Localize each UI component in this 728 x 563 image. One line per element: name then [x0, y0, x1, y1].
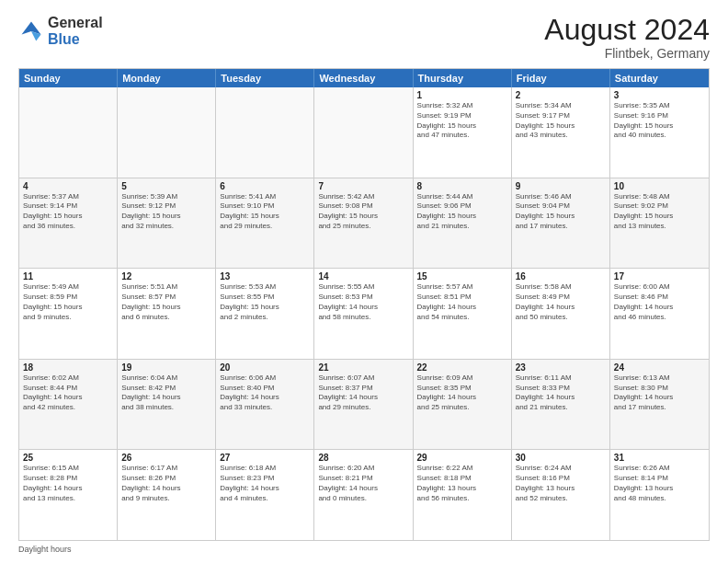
calendar-cell: 2Sunrise: 5:34 AM Sunset: 9:17 PM Daylig…	[512, 87, 610, 178]
calendar-cell: 28Sunrise: 6:20 AM Sunset: 8:21 PM Dayli…	[314, 450, 413, 540]
calendar-cell: 31Sunrise: 6:26 AM Sunset: 8:14 PM Dayli…	[610, 450, 709, 540]
day-info: Sunrise: 6:26 AM Sunset: 8:14 PM Dayligh…	[614, 464, 705, 503]
day-number: 19	[121, 362, 211, 373]
calendar-cell: 1Sunrise: 5:32 AM Sunset: 9:19 PM Daylig…	[414, 87, 512, 178]
svg-marker-0	[22, 21, 41, 34]
day-info: Sunrise: 6:07 AM Sunset: 8:37 PM Dayligh…	[318, 373, 408, 413]
day-number: 15	[417, 271, 507, 282]
day-info: Sunrise: 5:57 AM Sunset: 8:51 PM Dayligh…	[417, 282, 507, 322]
day-info: Sunrise: 5:44 AM Sunset: 9:06 PM Dayligh…	[417, 192, 507, 232]
calendar-cell	[118, 87, 216, 178]
day-number: 24	[614, 362, 705, 373]
day-number: 2	[516, 90, 606, 100]
day-info: Sunrise: 5:37 AM Sunset: 9:14 PM Dayligh…	[23, 192, 113, 232]
day-number: 5	[121, 181, 211, 191]
day-info: Sunrise: 6:13 AM Sunset: 8:30 PM Dayligh…	[614, 373, 705, 413]
calendar-cell: 25Sunrise: 6:15 AM Sunset: 8:28 PM Dayli…	[19, 450, 118, 540]
calendar-cell: 24Sunrise: 6:13 AM Sunset: 8:30 PM Dayli…	[610, 360, 709, 450]
day-number: 26	[121, 453, 211, 463]
calendar-cell: 5Sunrise: 5:39 AM Sunset: 9:12 PM Daylig…	[118, 178, 216, 269]
day-number: 11	[23, 271, 113, 282]
day-number: 16	[516, 271, 606, 282]
day-info: Sunrise: 5:42 AM Sunset: 9:08 PM Dayligh…	[318, 192, 408, 232]
weekday-header-monday: Monday	[118, 69, 216, 87]
logo-icon	[18, 18, 44, 44]
calendar-body: 1Sunrise: 5:32 AM Sunset: 9:19 PM Daylig…	[19, 87, 709, 540]
logo-blue: Blue	[48, 31, 103, 48]
calendar-cell: 16Sunrise: 5:58 AM Sunset: 8:49 PM Dayli…	[512, 269, 610, 359]
calendar-cell: 29Sunrise: 6:22 AM Sunset: 8:18 PM Dayli…	[414, 450, 512, 540]
month-year: August 2024	[544, 15, 710, 44]
day-number: 20	[220, 362, 310, 373]
day-number: 14	[318, 271, 408, 282]
calendar-cell: 15Sunrise: 5:57 AM Sunset: 8:51 PM Dayli…	[414, 269, 512, 359]
day-number: 7	[318, 181, 408, 191]
calendar-week-4: 18Sunrise: 6:02 AM Sunset: 8:44 PM Dayli…	[19, 359, 709, 450]
calendar-week-5: 25Sunrise: 6:15 AM Sunset: 8:28 PM Dayli…	[19, 449, 709, 540]
footer-note: Daylight hours	[18, 545, 710, 554]
day-number: 3	[614, 90, 705, 100]
day-number: 1	[417, 90, 507, 100]
day-number: 23	[516, 362, 606, 373]
calendar-week-1: 1Sunrise: 5:32 AM Sunset: 9:19 PM Daylig…	[19, 87, 709, 178]
calendar-cell: 22Sunrise: 6:09 AM Sunset: 8:35 PM Dayli…	[414, 360, 512, 450]
calendar-cell: 14Sunrise: 5:55 AM Sunset: 8:53 PM Dayli…	[314, 269, 413, 359]
calendar-cell: 17Sunrise: 6:00 AM Sunset: 8:46 PM Dayli…	[610, 269, 709, 359]
calendar-cell: 3Sunrise: 5:35 AM Sunset: 9:16 PM Daylig…	[610, 87, 709, 178]
day-info: Sunrise: 6:02 AM Sunset: 8:44 PM Dayligh…	[23, 373, 113, 413]
calendar-cell	[314, 87, 413, 178]
logo-text: General Blue	[48, 15, 103, 47]
logo-general: General	[48, 15, 103, 31]
day-info: Sunrise: 6:09 AM Sunset: 8:35 PM Dayligh…	[417, 373, 507, 413]
calendar-cell: 30Sunrise: 6:24 AM Sunset: 8:16 PM Dayli…	[512, 450, 610, 540]
calendar-cell: 6Sunrise: 5:41 AM Sunset: 9:10 PM Daylig…	[216, 178, 314, 269]
calendar-cell: 19Sunrise: 6:04 AM Sunset: 8:42 PM Dayli…	[118, 360, 216, 450]
calendar-cell: 10Sunrise: 5:48 AM Sunset: 9:02 PM Dayli…	[610, 178, 709, 269]
calendar-cell: 9Sunrise: 5:46 AM Sunset: 9:04 PM Daylig…	[512, 178, 610, 269]
day-number: 8	[417, 181, 507, 191]
weekday-header-sunday: Sunday	[19, 69, 118, 87]
day-info: Sunrise: 6:18 AM Sunset: 8:23 PM Dayligh…	[220, 464, 310, 503]
calendar-cell: 4Sunrise: 5:37 AM Sunset: 9:14 PM Daylig…	[19, 178, 118, 269]
day-number: 4	[23, 181, 113, 191]
page: General Blue August 2024 Flintbek, Germa…	[0, 0, 728, 563]
calendar-cell: 21Sunrise: 6:07 AM Sunset: 8:37 PM Dayli…	[314, 360, 413, 450]
day-info: Sunrise: 5:58 AM Sunset: 8:49 PM Dayligh…	[516, 282, 606, 322]
day-number: 28	[318, 453, 408, 463]
weekday-header-tuesday: Tuesday	[216, 69, 314, 87]
day-info: Sunrise: 5:51 AM Sunset: 8:57 PM Dayligh…	[121, 282, 211, 322]
logo: General Blue	[18, 15, 103, 47]
day-info: Sunrise: 6:06 AM Sunset: 8:40 PM Dayligh…	[220, 373, 310, 413]
day-info: Sunrise: 5:46 AM Sunset: 9:04 PM Dayligh…	[516, 192, 606, 232]
day-info: Sunrise: 5:34 AM Sunset: 9:17 PM Dayligh…	[516, 101, 606, 141]
day-info: Sunrise: 5:55 AM Sunset: 8:53 PM Dayligh…	[318, 282, 408, 322]
day-info: Sunrise: 5:39 AM Sunset: 9:12 PM Dayligh…	[121, 192, 211, 232]
daylight-label: Daylight hours	[18, 545, 72, 554]
calendar-cell: 27Sunrise: 6:18 AM Sunset: 8:23 PM Dayli…	[216, 450, 314, 540]
day-info: Sunrise: 5:41 AM Sunset: 9:10 PM Dayligh…	[220, 192, 310, 232]
day-info: Sunrise: 6:22 AM Sunset: 8:18 PM Dayligh…	[417, 464, 507, 503]
calendar-week-2: 4Sunrise: 5:37 AM Sunset: 9:14 PM Daylig…	[19, 178, 709, 269]
day-number: 17	[614, 271, 705, 282]
weekday-header-wednesday: Wednesday	[314, 69, 413, 87]
day-number: 9	[516, 181, 606, 191]
calendar-cell	[216, 87, 314, 178]
day-info: Sunrise: 6:00 AM Sunset: 8:46 PM Dayligh…	[614, 282, 705, 322]
day-info: Sunrise: 5:35 AM Sunset: 9:16 PM Dayligh…	[614, 101, 705, 141]
calendar-week-3: 11Sunrise: 5:49 AM Sunset: 8:59 PM Dayli…	[19, 268, 709, 359]
day-number: 31	[614, 453, 705, 463]
day-info: Sunrise: 6:15 AM Sunset: 8:28 PM Dayligh…	[23, 464, 113, 503]
calendar-cell: 23Sunrise: 6:11 AM Sunset: 8:33 PM Dayli…	[512, 360, 610, 450]
day-number: 25	[23, 453, 113, 463]
calendar-cell: 11Sunrise: 5:49 AM Sunset: 8:59 PM Dayli…	[19, 269, 118, 359]
calendar-cell: 13Sunrise: 5:53 AM Sunset: 8:55 PM Dayli…	[216, 269, 314, 359]
weekday-header-saturday: Saturday	[610, 69, 709, 87]
calendar-cell: 20Sunrise: 6:06 AM Sunset: 8:40 PM Dayli…	[216, 360, 314, 450]
location: Flintbek, Germany	[544, 46, 710, 61]
day-number: 21	[318, 362, 408, 373]
title-block: August 2024 Flintbek, Germany	[544, 15, 710, 61]
day-info: Sunrise: 6:17 AM Sunset: 8:26 PM Dayligh…	[121, 464, 211, 503]
day-info: Sunrise: 5:48 AM Sunset: 9:02 PM Dayligh…	[614, 192, 705, 232]
day-info: Sunrise: 6:24 AM Sunset: 8:16 PM Dayligh…	[516, 464, 606, 503]
weekday-header-friday: Friday	[512, 69, 610, 87]
